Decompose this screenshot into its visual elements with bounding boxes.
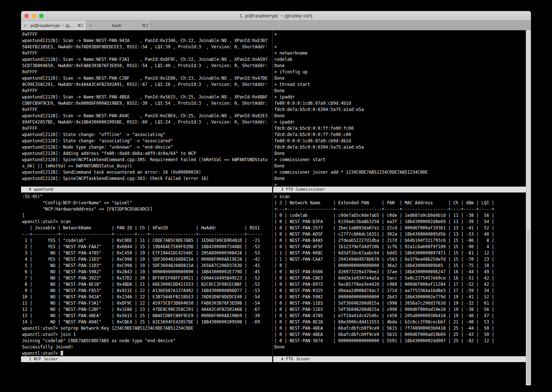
tab-label: bash bbox=[94, 23, 140, 28]
tab-pi-raspberrypi[interactable]: × pi@raspberrypi: ~ (g... ⌘1 bbox=[21, 21, 86, 30]
terminal-window: 1. pi@raspberrypi: ~ (gnubby-ssh) × pi@r… bbox=[21, 11, 531, 385]
pane-ftd-joiner[interactable]: > scan | J | Network Name | Extended PAN… bbox=[273, 192, 526, 356]
shell-prompt: wpanctl:utun7> bbox=[22, 351, 61, 356]
tab-bar-filler bbox=[151, 21, 531, 30]
pane-ncp-joiner[interactable]: :55:05)" "Config:NCP:DriverName" => "spi… bbox=[21, 192, 272, 356]
terminal-cursor bbox=[61, 351, 63, 355]
pane-title-wpantund[interactable]: 0 wpantund bbox=[21, 187, 272, 192]
ftd-commissioner-output: > > > networkname codelab Done > ifconfi… bbox=[273, 30, 526, 187]
window-titlebar[interactable]: 1. pi@raspberrypi: ~ (gnubby-ssh) bbox=[21, 11, 531, 21]
close-window-button[interactable] bbox=[24, 14, 29, 18]
close-tab-icon[interactable]: × bbox=[89, 23, 92, 28]
tab-label: pi@raspberrypi: ~ (g... bbox=[28, 23, 75, 28]
close-tab-icon[interactable]: × bbox=[24, 23, 27, 28]
prompt-line: wpanctl:utun7> bbox=[21, 350, 272, 356]
window-title: 1. pi@raspberrypi: ~ (gnubby-ssh) bbox=[240, 13, 312, 18]
wpantund-output: 0xFFFF wpantund[2128]: Scan -> Name:NEST… bbox=[21, 30, 272, 182]
tab-bar: × pi@raspberrypi: ~ (g... ⌘1 × bash ⌘2 bbox=[21, 21, 531, 30]
tab-shortcut: ⌘2 bbox=[142, 23, 148, 28]
ncp-joiner-output: :55:05)" "Config:NCP:DriverName" => "spi… bbox=[21, 192, 272, 350]
pane-title-ftd-joiner[interactable]: 4 FTD Joiner bbox=[273, 356, 526, 362]
pane-divider[interactable] bbox=[272, 30, 273, 362]
tab-shortcut: ⌘1 bbox=[77, 23, 83, 28]
scrollbar-thumb[interactable] bbox=[527, 229, 530, 384]
terminal-content: 0xFFFF wpantund[2128]: Scan -> Name:NEST… bbox=[21, 30, 531, 385]
traffic-lights bbox=[24, 11, 44, 21]
scrollbar[interactable] bbox=[526, 30, 531, 385]
ftd-joiner-output: > scan | J | Network Name | Extended PAN… bbox=[273, 192, 526, 350]
pane-title-ftd-commissioner[interactable]: 3 FTD Commissioner bbox=[273, 187, 526, 192]
zoom-window-button[interactable] bbox=[39, 14, 44, 18]
tab-bash[interactable]: × bash ⌘2 bbox=[86, 21, 151, 30]
pane-ftd-commissioner[interactable]: > > > networkname codelab Done > ifconfi… bbox=[273, 30, 526, 187]
pane-wpantund[interactable]: 0xFFFF wpantund[2128]: Scan -> Name:NEST… bbox=[21, 30, 272, 187]
minimize-window-button[interactable] bbox=[32, 14, 36, 18]
pane-title-ncp-joiner[interactable]: 1 NCP Joiner bbox=[21, 356, 272, 362]
